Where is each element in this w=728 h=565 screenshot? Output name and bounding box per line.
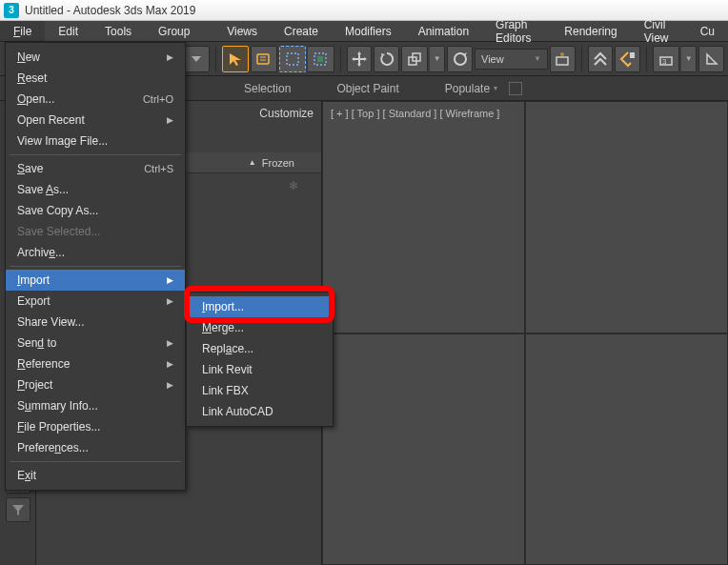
tab-selection[interactable]: Selection xyxy=(244,82,291,95)
submenu-link-fbx[interactable]: Link FBX xyxy=(187,380,333,401)
select-by-name-button[interactable] xyxy=(251,46,277,72)
chevron-down-icon: ▼ xyxy=(534,54,541,63)
menu-reference[interactable]: Reference▶ xyxy=(6,353,185,374)
menu-graph-editors[interactable]: Graph Editors xyxy=(482,21,551,41)
menu-archive[interactable]: Archive... xyxy=(6,242,185,263)
window-title: Untitled - Autodesk 3ds Max 2019 xyxy=(25,4,195,17)
submenu-arrow-icon: ▶ xyxy=(167,275,173,285)
submenu-arrow-icon: ▶ xyxy=(167,296,173,306)
menu-import[interactable]: Import▶ xyxy=(6,270,185,291)
snaps-dropdown[interactable]: ▼ xyxy=(681,46,697,72)
menu-save[interactable]: SaveCtrl+S xyxy=(6,158,185,179)
menu-edit[interactable]: Edit xyxy=(45,21,91,41)
tab-populate[interactable]: Populate xyxy=(445,82,490,95)
menu-separator xyxy=(10,461,181,462)
menu-file[interactable]: File xyxy=(0,21,45,41)
rectangular-region-button[interactable] xyxy=(279,46,306,72)
submenu-arrow-icon: ▶ xyxy=(167,115,173,125)
shortcut-label: Ctrl+S xyxy=(144,163,173,174)
viewport-label[interactable]: [ + ] [ Top ] [ Standard ] [ Wireframe ] xyxy=(331,108,499,119)
svg-text:3: 3 xyxy=(662,57,667,66)
menu-save-as[interactable]: Save As... xyxy=(6,179,185,200)
menu-preferences[interactable]: Preferences... xyxy=(6,437,185,458)
reference-coord-label: View xyxy=(481,53,504,65)
populate-dropdown-icon[interactable]: ▾ xyxy=(494,84,497,92)
customize-link[interactable]: Customize xyxy=(259,107,313,120)
file-menu: New▶ Reset Open...Ctrl+O Open Recent▶ Vi… xyxy=(5,42,186,491)
keyboard-shortcut-button[interactable] xyxy=(615,46,640,72)
menu-separator xyxy=(10,154,181,155)
menu-create[interactable]: Create xyxy=(271,21,332,41)
viewport-3[interactable] xyxy=(322,333,525,566)
toolbar-dropdown-1[interactable] xyxy=(184,46,210,72)
angle-snap-button[interactable] xyxy=(698,46,724,72)
viewport-area: [ + ] [ Top ] [ Standard ] [ Wireframe ] xyxy=(322,101,728,565)
menu-open[interactable]: Open...Ctrl+O xyxy=(6,89,185,110)
reference-coord-dropdown[interactable]: View ▼ xyxy=(475,49,548,70)
menu-file-properties[interactable]: File Properties... xyxy=(6,416,185,437)
menu-views[interactable]: Views xyxy=(213,21,271,41)
svg-point-8 xyxy=(560,52,564,56)
sort-arrow-icon: ▲ xyxy=(249,158,256,167)
snaps-button[interactable]: 3 xyxy=(653,46,679,72)
submenu-arrow-icon: ▶ xyxy=(167,380,173,390)
dock-filter2-button[interactable] xyxy=(6,497,30,522)
shortcut-label: Ctrl+O xyxy=(143,93,173,105)
menu-project[interactable]: Project▶ xyxy=(6,374,185,395)
svg-rect-1 xyxy=(287,53,298,65)
menu-summary-info[interactable]: Summary Info... xyxy=(6,395,185,416)
window-crossing-button[interactable] xyxy=(308,46,334,72)
submenu-arrow-icon: ▶ xyxy=(167,338,173,348)
rotate-button[interactable] xyxy=(374,46,399,72)
menu-save-selected: Save Selected... xyxy=(6,221,185,242)
menu-rendering[interactable]: Rendering xyxy=(551,21,630,41)
menu-send-to[interactable]: Send to▶ xyxy=(6,333,185,353)
move-button[interactable] xyxy=(347,46,373,72)
scale-dropdown[interactable]: ▼ xyxy=(430,46,445,72)
menu-separator xyxy=(10,266,181,267)
menu-customize-truncated[interactable]: Cu xyxy=(687,21,728,41)
menu-reset[interactable]: Reset xyxy=(6,68,185,89)
frozen-label: Frozen xyxy=(262,157,294,169)
submenu-import[interactable]: Import... xyxy=(187,296,333,317)
scale-button[interactable] xyxy=(401,46,428,72)
select-manipulate-button[interactable] xyxy=(588,46,614,72)
use-pivot-button[interactable] xyxy=(550,46,576,72)
divider-icon xyxy=(340,47,341,71)
placement-button[interactable] xyxy=(447,46,473,72)
menu-view-image-file[interactable]: View Image File... xyxy=(6,131,185,151)
menu-export[interactable]: Export▶ xyxy=(6,291,185,312)
menu-group[interactable]: Group xyxy=(145,21,203,41)
svg-rect-7 xyxy=(556,57,568,65)
menu-open-recent[interactable]: Open Recent▶ xyxy=(6,110,185,131)
menu-new[interactable]: New▶ xyxy=(6,47,185,68)
svg-rect-0 xyxy=(257,54,269,64)
menu-modifiers[interactable]: Modifiers xyxy=(332,21,405,41)
divider-icon xyxy=(215,47,216,71)
divider-icon xyxy=(646,47,647,71)
menu-share-view[interactable]: Share View... xyxy=(6,312,185,333)
tab-object-paint[interactable]: Object Paint xyxy=(336,82,398,95)
viewport-2[interactable] xyxy=(525,101,728,333)
populate-expand-icon[interactable] xyxy=(509,82,522,95)
menu-save-copy-as[interactable]: Save Copy As... xyxy=(6,200,185,221)
import-submenu: Import... Merge... Replace... Link Revit… xyxy=(186,292,334,427)
submenu-replace[interactable]: Replace... xyxy=(187,338,333,359)
submenu-link-revit[interactable]: Link Revit xyxy=(187,359,333,380)
submenu-arrow-icon: ▶ xyxy=(167,359,173,369)
menu-tools[interactable]: Tools xyxy=(91,21,145,41)
menu-exit[interactable]: Exit xyxy=(6,465,185,486)
menu-civil-view[interactable]: Civil View xyxy=(631,21,687,41)
submenu-merge[interactable]: Merge... xyxy=(187,317,333,338)
menu-bar: File Edit Tools Group Views Create Modif… xyxy=(0,21,728,42)
frozen-flake-icon: ❄ xyxy=(289,179,298,192)
svg-rect-3 xyxy=(317,56,323,62)
viewport-top[interactable]: [ + ] [ Top ] [ Standard ] [ Wireframe ] xyxy=(322,101,525,333)
svg-rect-9 xyxy=(630,52,635,58)
menu-animation[interactable]: Animation xyxy=(405,21,482,41)
submenu-link-autocad[interactable]: Link AutoCAD xyxy=(187,401,333,422)
divider-icon xyxy=(581,47,582,71)
submenu-arrow-icon: ▶ xyxy=(167,52,173,62)
select-object-button[interactable] xyxy=(222,46,249,72)
viewport-4[interactable] xyxy=(525,333,728,566)
